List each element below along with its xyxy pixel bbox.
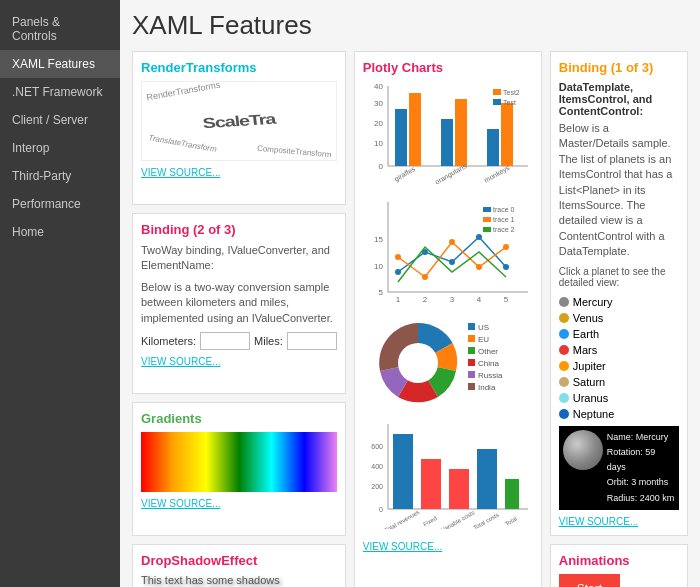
planet-name-uranus: Uranus [573, 392, 608, 404]
svg-text:0: 0 [379, 506, 383, 513]
planet-detail: Name: Mercury Rotation: 59 days Orbit: 3… [559, 426, 679, 510]
svg-text:1: 1 [396, 295, 401, 304]
svg-text:10: 10 [374, 139, 383, 148]
svg-point-39 [503, 244, 509, 250]
svg-rect-9 [441, 119, 453, 166]
svg-rect-65 [393, 434, 413, 509]
svg-text:20: 20 [374, 119, 383, 128]
svg-point-37 [449, 239, 455, 245]
km-label: Kilometers: [141, 335, 196, 347]
render-transforms-view-source[interactable]: VIEW SOURCE... [141, 167, 337, 178]
animations-start-button[interactable]: Start [559, 574, 620, 587]
animations-title: Animations [559, 553, 679, 568]
svg-rect-49 [468, 335, 475, 342]
svg-text:5: 5 [378, 288, 383, 297]
planet-detail-image [563, 430, 603, 470]
svg-rect-11 [487, 129, 499, 166]
sidebar-item-client[interactable]: Client / Server [0, 106, 120, 134]
svg-rect-53 [468, 359, 475, 366]
svg-rect-12 [501, 103, 513, 166]
binding-2of3-view-source[interactable]: VIEW SOURCE... [141, 356, 337, 367]
binding-1of3-desc: Below is a Master/Details sample. The li… [559, 121, 679, 260]
svg-rect-68 [477, 449, 497, 509]
miles-input[interactable] [287, 332, 337, 350]
planet-dot-uranus [559, 393, 569, 403]
sidebar-item-home[interactable]: Home [0, 218, 120, 246]
sidebar-item-dotnet[interactable]: .NET Framework [0, 78, 120, 106]
svg-text:trace 2: trace 2 [493, 226, 515, 233]
svg-text:Total costs: Total costs [472, 512, 500, 529]
planet-item-uranus[interactable]: Uranus [559, 390, 679, 406]
planet-dot-neptune [559, 409, 569, 419]
main-content: XAML Features RenderTransforms RenderTra… [120, 0, 700, 587]
svg-text:trace 0: trace 0 [493, 206, 515, 213]
svg-text:monkeys: monkeys [483, 164, 512, 185]
svg-rect-8 [409, 93, 421, 166]
planet-dot-jupiter [559, 361, 569, 371]
render-transforms-image: RenderTransforms ScaleTra TranslateTrans… [141, 81, 337, 161]
svg-text:India: India [478, 383, 496, 392]
svg-text:EU: EU [478, 335, 489, 344]
binding-2of3-title: Binding (2 of 3) [141, 222, 337, 237]
svg-point-30 [395, 269, 401, 275]
binding-1of3-card: Binding (1 of 3) DataTemplate, ItemsCont… [550, 51, 688, 536]
svg-point-35 [395, 254, 401, 260]
planet-detail-rotation: Rotation: 59 days [607, 445, 675, 476]
svg-text:Russia: Russia [478, 371, 503, 380]
svg-text:Test2: Test2 [503, 89, 520, 96]
plotly-card: Plotly Charts 0 10 20 30 40 [354, 51, 542, 587]
planet-item-venus[interactable]: Venus [559, 310, 679, 326]
svg-text:trace 1: trace 1 [493, 216, 515, 223]
sidebar-item-performance[interactable]: Performance [0, 190, 120, 218]
binding-1of3-view-source[interactable]: VIEW SOURCE... [559, 516, 679, 527]
gradients-view-source[interactable]: VIEW SOURCE... [141, 498, 337, 509]
svg-text:15: 15 [374, 235, 383, 244]
card-grid: RenderTransforms RenderTransforms ScaleT… [132, 51, 688, 587]
planet-item-saturn[interactable]: Saturn [559, 374, 679, 390]
binding-2of3-card: Binding (2 of 3) TwoWay binding, IValueC… [132, 213, 346, 394]
dropshadow-text: This text has some shadows [141, 574, 337, 586]
planet-name-saturn: Saturn [573, 376, 605, 388]
svg-point-34 [503, 264, 509, 270]
planet-item-jupiter[interactable]: Jupiter [559, 358, 679, 374]
binding-1of3-subtitle: DataTemplate, ItemsControl, and ContentC… [559, 81, 679, 117]
sidebar-item-interop[interactable]: Interop [0, 134, 120, 162]
svg-rect-69 [505, 479, 519, 509]
planet-dot-earth [559, 329, 569, 339]
svg-text:Other: Other [478, 347, 498, 356]
svg-text:China: China [478, 359, 499, 368]
svg-rect-55 [468, 371, 475, 378]
binding-1of3-title: Binding (1 of 3) [559, 60, 679, 75]
planet-item-mercury[interactable]: Mercury [559, 294, 679, 310]
planet-item-earth[interactable]: Earth [559, 326, 679, 342]
svg-rect-51 [468, 347, 475, 354]
planet-item-mars[interactable]: Mars [559, 342, 679, 358]
km-input[interactable] [200, 332, 250, 350]
svg-point-36 [422, 274, 428, 280]
binding-2of3-desc1: TwoWay binding, IValueConverter, and Ele… [141, 243, 337, 274]
svg-text:Variable costs: Variable costs [440, 509, 475, 529]
svg-text:600: 600 [371, 443, 383, 450]
binding-1of3-click-text: Click a planet to see the detailed view: [559, 266, 679, 288]
plotly-view-source[interactable]: VIEW SOURCE... [363, 541, 533, 552]
svg-point-46 [398, 343, 438, 383]
animations-card: Animations Start VIEW SOURCE... [550, 544, 688, 587]
planet-dot-mars [559, 345, 569, 355]
svg-point-32 [449, 259, 455, 265]
svg-text:giraffes: giraffes [393, 165, 417, 184]
waterfall-chart: 0 200 400 600 Total revenues Fixed Varia… [363, 419, 533, 529]
gradients-card: Gradients VIEW SOURCE... [132, 402, 346, 536]
planet-dot-saturn [559, 377, 569, 387]
render-transforms-title: RenderTransforms [141, 60, 337, 75]
km-miles-row: Kilometers: Miles: [141, 332, 337, 350]
planet-item-neptune[interactable]: Neptune [559, 406, 679, 422]
planet-name-mercury: Mercury [573, 296, 613, 308]
dropshadow-card: DropShadowEffect This text has some shad… [132, 544, 346, 587]
planet-list: Mercury Venus Earth Mars Jupiter [559, 294, 679, 422]
sidebar-item-thirdparty[interactable]: Third-Party [0, 162, 120, 190]
svg-rect-44 [483, 227, 491, 232]
sidebar-item-xaml[interactable]: XAML Features [0, 50, 120, 78]
planet-dot-mercury [559, 297, 569, 307]
svg-rect-18 [493, 99, 501, 105]
sidebar-item-panels[interactable]: Panels & Controls [0, 8, 120, 50]
